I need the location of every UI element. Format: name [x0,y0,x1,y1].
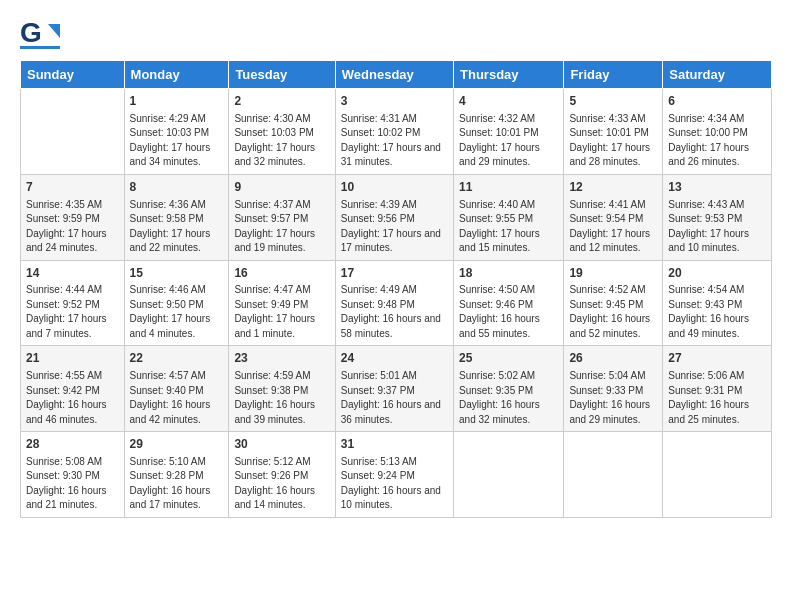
day-cell: 17Sunrise: 4:49 AM Sunset: 9:48 PM Dayli… [335,260,453,346]
day-number: 29 [130,436,224,453]
day-info: Sunrise: 5:13 AM Sunset: 9:24 PM Dayligh… [341,455,448,513]
day-cell: 1Sunrise: 4:29 AM Sunset: 10:03 PM Dayli… [124,89,229,175]
day-cell: 8Sunrise: 4:36 AM Sunset: 9:58 PM Daylig… [124,174,229,260]
calendar-table: SundayMondayTuesdayWednesdayThursdayFrid… [20,60,772,518]
column-header-monday: Monday [124,61,229,89]
day-info: Sunrise: 4:49 AM Sunset: 9:48 PM Dayligh… [341,283,448,341]
day-cell: 23Sunrise: 4:59 AM Sunset: 9:38 PM Dayli… [229,346,335,432]
day-cell: 28Sunrise: 5:08 AM Sunset: 9:30 PM Dayli… [21,432,125,518]
day-cell: 20Sunrise: 4:54 AM Sunset: 9:43 PM Dayli… [663,260,772,346]
logo: G [20,16,64,52]
day-info: Sunrise: 5:01 AM Sunset: 9:37 PM Dayligh… [341,369,448,427]
day-cell: 19Sunrise: 4:52 AM Sunset: 9:45 PM Dayli… [564,260,663,346]
day-cell [564,432,663,518]
day-info: Sunrise: 4:54 AM Sunset: 9:43 PM Dayligh… [668,283,766,341]
day-info: Sunrise: 4:34 AM Sunset: 10:00 PM Daylig… [668,112,766,170]
week-row-4: 21Sunrise: 4:55 AM Sunset: 9:42 PM Dayli… [21,346,772,432]
day-number: 4 [459,93,558,110]
day-number: 16 [234,265,329,282]
day-number: 13 [668,179,766,196]
day-cell: 22Sunrise: 4:57 AM Sunset: 9:40 PM Dayli… [124,346,229,432]
day-info: Sunrise: 4:52 AM Sunset: 9:45 PM Dayligh… [569,283,657,341]
day-number: 8 [130,179,224,196]
day-number: 9 [234,179,329,196]
day-cell: 18Sunrise: 4:50 AM Sunset: 9:46 PM Dayli… [454,260,564,346]
day-info: Sunrise: 4:43 AM Sunset: 9:53 PM Dayligh… [668,198,766,256]
day-info: Sunrise: 5:10 AM Sunset: 9:28 PM Dayligh… [130,455,224,513]
day-number: 1 [130,93,224,110]
day-info: Sunrise: 4:37 AM Sunset: 9:57 PM Dayligh… [234,198,329,256]
day-number: 28 [26,436,119,453]
day-cell: 14Sunrise: 4:44 AM Sunset: 9:52 PM Dayli… [21,260,125,346]
day-number: 19 [569,265,657,282]
day-cell: 2Sunrise: 4:30 AM Sunset: 10:03 PM Dayli… [229,89,335,175]
day-number: 7 [26,179,119,196]
day-cell: 11Sunrise: 4:40 AM Sunset: 9:55 PM Dayli… [454,174,564,260]
day-info: Sunrise: 4:29 AM Sunset: 10:03 PM Daylig… [130,112,224,170]
day-cell: 24Sunrise: 5:01 AM Sunset: 9:37 PM Dayli… [335,346,453,432]
day-info: Sunrise: 5:08 AM Sunset: 9:30 PM Dayligh… [26,455,119,513]
day-cell: 29Sunrise: 5:10 AM Sunset: 9:28 PM Dayli… [124,432,229,518]
day-number: 2 [234,93,329,110]
day-cell: 10Sunrise: 4:39 AM Sunset: 9:56 PM Dayli… [335,174,453,260]
day-number: 25 [459,350,558,367]
page-header: G [20,16,772,52]
day-cell: 21Sunrise: 4:55 AM Sunset: 9:42 PM Dayli… [21,346,125,432]
day-cell: 13Sunrise: 4:43 AM Sunset: 9:53 PM Dayli… [663,174,772,260]
day-info: Sunrise: 4:30 AM Sunset: 10:03 PM Daylig… [234,112,329,170]
day-number: 23 [234,350,329,367]
day-info: Sunrise: 5:02 AM Sunset: 9:35 PM Dayligh… [459,369,558,427]
day-info: Sunrise: 5:12 AM Sunset: 9:26 PM Dayligh… [234,455,329,513]
day-number: 27 [668,350,766,367]
day-cell: 12Sunrise: 4:41 AM Sunset: 9:54 PM Dayli… [564,174,663,260]
day-number: 6 [668,93,766,110]
svg-marker-1 [48,24,60,38]
day-number: 5 [569,93,657,110]
day-number: 21 [26,350,119,367]
day-info: Sunrise: 4:39 AM Sunset: 9:56 PM Dayligh… [341,198,448,256]
day-info: Sunrise: 4:57 AM Sunset: 9:40 PM Dayligh… [130,369,224,427]
day-cell: 30Sunrise: 5:12 AM Sunset: 9:26 PM Dayli… [229,432,335,518]
day-info: Sunrise: 4:55 AM Sunset: 9:42 PM Dayligh… [26,369,119,427]
day-cell: 31Sunrise: 5:13 AM Sunset: 9:24 PM Dayli… [335,432,453,518]
day-info: Sunrise: 4:31 AM Sunset: 10:02 PM Daylig… [341,112,448,170]
day-number: 3 [341,93,448,110]
day-cell: 3Sunrise: 4:31 AM Sunset: 10:02 PM Dayli… [335,89,453,175]
day-number: 20 [668,265,766,282]
day-number: 10 [341,179,448,196]
calendar-header-row: SundayMondayTuesdayWednesdayThursdayFrid… [21,61,772,89]
day-info: Sunrise: 4:41 AM Sunset: 9:54 PM Dayligh… [569,198,657,256]
day-cell: 9Sunrise: 4:37 AM Sunset: 9:57 PM Daylig… [229,174,335,260]
day-number: 18 [459,265,558,282]
day-number: 24 [341,350,448,367]
day-info: Sunrise: 4:50 AM Sunset: 9:46 PM Dayligh… [459,283,558,341]
day-number: 11 [459,179,558,196]
day-cell: 15Sunrise: 4:46 AM Sunset: 9:50 PM Dayli… [124,260,229,346]
day-cell: 5Sunrise: 4:33 AM Sunset: 10:01 PM Dayli… [564,89,663,175]
day-info: Sunrise: 5:06 AM Sunset: 9:31 PM Dayligh… [668,369,766,427]
day-number: 31 [341,436,448,453]
day-number: 30 [234,436,329,453]
svg-rect-2 [20,46,60,49]
day-info: Sunrise: 4:33 AM Sunset: 10:01 PM Daylig… [569,112,657,170]
day-number: 14 [26,265,119,282]
day-cell: 25Sunrise: 5:02 AM Sunset: 9:35 PM Dayli… [454,346,564,432]
day-info: Sunrise: 5:04 AM Sunset: 9:33 PM Dayligh… [569,369,657,427]
day-info: Sunrise: 4:36 AM Sunset: 9:58 PM Dayligh… [130,198,224,256]
day-cell: 16Sunrise: 4:47 AM Sunset: 9:49 PM Dayli… [229,260,335,346]
column-header-tuesday: Tuesday [229,61,335,89]
day-cell: 4Sunrise: 4:32 AM Sunset: 10:01 PM Dayli… [454,89,564,175]
day-cell: 27Sunrise: 5:06 AM Sunset: 9:31 PM Dayli… [663,346,772,432]
column-header-sunday: Sunday [21,61,125,89]
day-info: Sunrise: 4:47 AM Sunset: 9:49 PM Dayligh… [234,283,329,341]
week-row-3: 14Sunrise: 4:44 AM Sunset: 9:52 PM Dayli… [21,260,772,346]
day-cell [663,432,772,518]
week-row-1: 1Sunrise: 4:29 AM Sunset: 10:03 PM Dayli… [21,89,772,175]
day-number: 22 [130,350,224,367]
day-cell: 7Sunrise: 4:35 AM Sunset: 9:59 PM Daylig… [21,174,125,260]
day-info: Sunrise: 4:35 AM Sunset: 9:59 PM Dayligh… [26,198,119,256]
day-cell [21,89,125,175]
day-info: Sunrise: 4:46 AM Sunset: 9:50 PM Dayligh… [130,283,224,341]
column-header-thursday: Thursday [454,61,564,89]
day-cell: 26Sunrise: 5:04 AM Sunset: 9:33 PM Dayli… [564,346,663,432]
